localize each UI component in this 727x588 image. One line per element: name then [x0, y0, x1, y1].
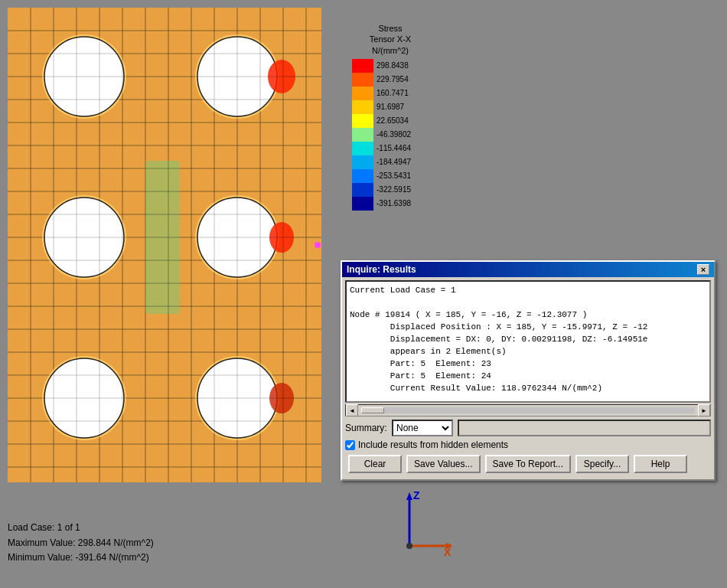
legend-color-0 — [352, 59, 373, 73]
legend-color-1 — [352, 73, 373, 87]
legend-row-8: -253.5431 — [352, 169, 398, 183]
scroll-right-button[interactable]: ► — [698, 404, 710, 416]
dialog-close-button[interactable]: × — [697, 264, 709, 275]
legend-value-8: -253.5431 — [377, 172, 411, 180]
legend-value-2: 160.7471 — [377, 89, 409, 97]
legend-color-2 — [352, 87, 373, 100]
legend-bar: 298.8438 229.7954 160.7471 91.6987 22.65… — [352, 59, 398, 211]
legend-color-4 — [352, 114, 373, 128]
dialog-titlebar: Inquire: Results × — [342, 262, 714, 277]
axis-svg: Z X — [383, 488, 452, 557]
svg-point-108 — [315, 242, 321, 248]
summary-select[interactable]: None Average Maximum Minimum — [392, 420, 453, 436]
legend-value-1: 229.7954 — [377, 75, 409, 83]
legend-value-3: 91.6987 — [377, 103, 404, 111]
main-viewport: StressTensor X-XN/(mm^2) 298.8438 229.79… — [0, 0, 727, 588]
legend-row-3: 91.6987 — [352, 100, 398, 114]
legend-row-7: -184.4947 — [352, 155, 398, 169]
legend-value-9: -322.5915 — [377, 185, 411, 194]
legend-row-1: 229.7954 — [352, 73, 398, 87]
legend-value-10: -391.6398 — [377, 199, 411, 207]
fem-mesh-svg — [8, 8, 321, 482]
summary-display — [458, 420, 711, 436]
legend-color-6 — [352, 142, 373, 155]
legend-value-7: -184.4947 — [377, 158, 411, 166]
legend-row-9: -322.5915 — [352, 183, 398, 197]
specify-button[interactable]: Specify... — [575, 455, 629, 473]
legend-row-2: 160.7471 — [352, 87, 398, 100]
bottom-info: Load Case: 1 of 1 Maximum Value: 298.844… — [8, 521, 154, 565]
legend-value-4: 22.65034 — [377, 116, 409, 125]
results-text-content: Current Load Case = 1 Node # 19814 ( X =… — [350, 285, 706, 394]
svg-marker-110 — [406, 492, 412, 500]
include-hidden-checkbox[interactable] — [345, 440, 355, 450]
min-value-info: Minimum Value: -391.64 N/(mm^2) — [8, 550, 154, 565]
summary-label: Summary: — [345, 423, 387, 433]
save-to-report-button[interactable]: Save To Report... — [485, 455, 572, 473]
legend-row-0: 298.8438 — [352, 59, 398, 73]
max-value-info: Maximum Value: 298.844 N/(mm^2) — [8, 536, 154, 550]
dialog-content-area: Current Load Case = 1 Node # 19814 ( X =… — [342, 277, 714, 479]
legend-value-0: 298.8438 — [377, 61, 409, 70]
svg-point-115 — [406, 543, 412, 549]
legend-row-5: -46.39802 — [352, 128, 398, 142]
clear-button[interactable]: Clear — [348, 455, 402, 473]
results-text-area[interactable]: Current Load Case = 1 Node # 19814 ( X =… — [345, 280, 711, 403]
legend-color-9 — [352, 183, 373, 197]
legend-color-7 — [352, 155, 373, 169]
scroll-left-button[interactable]: ◄ — [346, 404, 358, 416]
include-hidden-label: Include results from hidden elements — [358, 439, 508, 450]
summary-row: Summary: None Average Maximum Minimum — [345, 420, 711, 436]
legend-color-3 — [352, 100, 373, 114]
help-button[interactable]: Help — [634, 455, 687, 473]
legend-row-4: 22.65034 — [352, 114, 398, 128]
svg-text:Z: Z — [413, 489, 420, 501]
button-row: Clear Save Values... Save To Report... S… — [348, 455, 708, 473]
legend-color-8 — [352, 169, 373, 183]
legend-row-10: -391.6398 — [352, 197, 398, 211]
load-case-info: Load Case: 1 of 1 — [8, 521, 154, 535]
horizontal-scrollbar[interactable]: ◄ ► — [345, 404, 711, 416]
scroll-thumb[interactable] — [361, 407, 384, 413]
axis-indicator: Z X — [383, 488, 444, 550]
legend-color-10 — [352, 197, 373, 211]
dialog-title: Inquire: Results — [347, 264, 416, 275]
scroll-track[interactable] — [361, 407, 695, 413]
save-values-button[interactable]: Save Values... — [406, 455, 481, 473]
legend-value-5: -46.39802 — [377, 130, 411, 139]
legend-color-5 — [352, 128, 373, 142]
fem-canvas — [8, 8, 321, 482]
legend-title: StressTensor X-XN/(mm^2) — [344, 23, 436, 56]
checkbox-row: Include results from hidden elements — [345, 439, 711, 450]
svg-text:X: X — [444, 546, 452, 557]
color-legend: StressTensor X-XN/(mm^2) 298.8438 229.79… — [344, 23, 436, 211]
legend-value-6: -115.4464 — [377, 144, 411, 152]
legend-row-6: -115.4464 — [352, 142, 398, 155]
inquire-results-dialog: Inquire: Results × Current Load Case = 1… — [341, 260, 716, 481]
